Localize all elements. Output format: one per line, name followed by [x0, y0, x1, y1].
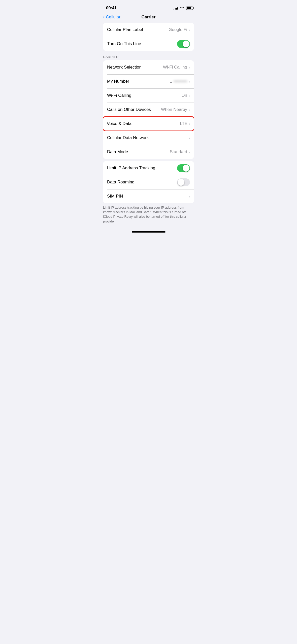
- data-mode-current: Standard: [170, 149, 187, 154]
- settings-group-2: Network Selection Wi-Fi Calling › My Num…: [103, 60, 194, 159]
- limit-ip-address-tracking-row[interactable]: Limit IP Address Tracking: [103, 161, 194, 175]
- calls-on-other-devices-row[interactable]: Calls on Other Devices When Nearby ›: [103, 103, 194, 117]
- wifi-calling-label: Wi-Fi Calling: [107, 93, 131, 98]
- limit-ip-address-tracking-label: Limit IP Address Tracking: [107, 166, 155, 171]
- back-chevron-icon: ‹: [103, 14, 105, 20]
- data-roaming-row[interactable]: Data Roaming: [103, 175, 194, 189]
- chevron-icon: ›: [189, 122, 190, 126]
- signal-bar-1: [174, 9, 174, 10]
- toggle-knob: [183, 41, 189, 47]
- status-bar: 09:41: [99, 0, 198, 13]
- signal-bar-3: [176, 8, 177, 10]
- network-selection-current: Wi-Fi Calling: [163, 65, 187, 70]
- battery-icon: [186, 7, 193, 10]
- voice-and-data-value: LTE ›: [180, 121, 190, 126]
- battery-fill: [187, 7, 191, 9]
- carrier-section-header: CARRIER: [99, 53, 198, 60]
- wifi-calling-current: On: [181, 93, 187, 98]
- voice-and-data-row[interactable]: Voice & Data LTE ›: [103, 117, 194, 131]
- calls-on-other-devices-current: When Nearby: [161, 107, 187, 112]
- section-carrier: CARRIER Network Selection Wi-Fi Calling …: [99, 53, 198, 159]
- cellular-data-network-value: ›: [189, 136, 190, 140]
- data-mode-value: Standard ›: [170, 149, 190, 154]
- cellular-plan-label-current: Google Fi: [169, 27, 187, 32]
- calls-on-other-devices-label: Calls on Other Devices: [107, 107, 151, 112]
- sim-pin-row[interactable]: SIM PIN ›: [103, 189, 194, 203]
- data-mode-label: Data Mode: [107, 149, 128, 154]
- chevron-icon: ›: [189, 150, 190, 154]
- my-number-row[interactable]: My Number 1 ••••••••• ›: [103, 74, 194, 88]
- home-indicator: [99, 229, 198, 234]
- toggle-knob: [178, 179, 184, 186]
- back-button[interactable]: ‹ Cellular: [103, 15, 120, 20]
- turn-on-this-line-toggle[interactable]: [177, 40, 190, 48]
- cellular-plan-label-text: Cellular Plan Label: [107, 27, 143, 32]
- wifi-calling-row[interactable]: Wi-Fi Calling On ›: [103, 88, 194, 103]
- page-title: Carrier: [142, 15, 156, 20]
- section-group1: Cellular Plan Label Google Fi › Turn On …: [99, 23, 198, 51]
- voice-and-data-current: LTE: [180, 121, 187, 126]
- cellular-data-network-label: Cellular Data Network: [107, 135, 149, 140]
- limit-ip-address-tracking-toggle[interactable]: [177, 164, 190, 172]
- cellular-data-network-row[interactable]: Cellular Data Network ›: [103, 131, 194, 145]
- my-number-value: 1 ••••••••• ›: [170, 79, 190, 84]
- chevron-icon: ›: [189, 28, 190, 32]
- cellular-plan-label-row[interactable]: Cellular Plan Label Google Fi ›: [103, 23, 194, 37]
- wifi-icon: [180, 6, 184, 10]
- toggle-knob: [183, 165, 189, 172]
- group3-footer: Limit IP address tracking by hiding your…: [99, 203, 198, 227]
- cellular-plan-label-value: Google Fi ›: [169, 27, 190, 32]
- turn-on-this-line-text: Turn On This Line: [107, 41, 141, 46]
- data-roaming-label: Data Roaming: [107, 180, 135, 185]
- chevron-icon: ›: [189, 93, 190, 98]
- calls-on-other-devices-value: When Nearby ›: [161, 107, 190, 112]
- nav-bar: ‹ Cellular Carrier: [99, 13, 198, 23]
- chevron-icon: ›: [189, 108, 190, 112]
- chevron-icon: ›: [189, 65, 190, 70]
- turn-on-this-line-row[interactable]: Turn On This Line: [103, 37, 194, 51]
- sim-pin-label: SIM PIN: [107, 194, 123, 199]
- settings-group-1: Cellular Plan Label Google Fi › Turn On …: [103, 23, 194, 51]
- my-number-prefix: 1: [170, 79, 172, 84]
- status-time: 09:41: [106, 6, 117, 11]
- network-selection-value: Wi-Fi Calling ›: [163, 65, 190, 70]
- sim-pin-value: ›: [189, 194, 190, 199]
- signal-bar-4: [177, 7, 178, 10]
- chevron-icon: ›: [189, 194, 190, 199]
- status-icons: [174, 6, 193, 10]
- signal-bar-2: [175, 8, 176, 10]
- back-label: Cellular: [106, 15, 120, 20]
- settings-group-3: Limit IP Address Tracking Data Roaming S…: [103, 161, 194, 203]
- signal-icon: [174, 7, 178, 10]
- data-roaming-toggle[interactable]: [177, 178, 190, 186]
- network-selection-label: Network Selection: [107, 65, 142, 70]
- wifi-calling-value: On ›: [181, 93, 190, 98]
- my-number-digits: •••••••••: [174, 79, 187, 84]
- network-selection-row[interactable]: Network Selection Wi-Fi Calling ›: [103, 60, 194, 74]
- data-mode-row[interactable]: Data Mode Standard ›: [103, 145, 194, 159]
- my-number-label: My Number: [107, 79, 129, 84]
- chevron-icon: ›: [189, 136, 190, 140]
- section-group3: Limit IP Address Tracking Data Roaming S…: [99, 161, 198, 227]
- chevron-icon: ›: [189, 79, 190, 84]
- home-bar: [132, 231, 166, 233]
- voice-and-data-label: Voice & Data: [107, 121, 131, 126]
